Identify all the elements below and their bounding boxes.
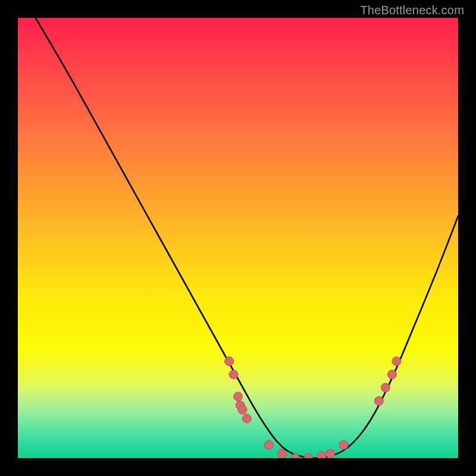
data-marker — [304, 454, 313, 459]
data-marker — [381, 383, 390, 392]
data-marker — [388, 370, 397, 379]
data-marker — [264, 440, 273, 449]
data-marker — [392, 357, 401, 366]
data-marker — [278, 449, 287, 458]
data-marker — [225, 357, 234, 366]
data-marker — [317, 452, 326, 458]
data-marker — [291, 454, 300, 459]
marker-group — [225, 357, 401, 458]
data-marker — [374, 396, 383, 405]
data-marker — [326, 449, 335, 458]
plot-area — [18, 18, 458, 458]
curve-svg — [18, 18, 458, 458]
attribution-text: TheBottleneck.com — [360, 4, 464, 17]
bottleneck-curve-path — [36, 18, 458, 458]
data-marker — [242, 414, 251, 423]
data-marker — [238, 405, 247, 414]
chart-container: TheBottleneck.com — [0, 0, 476, 476]
data-marker — [339, 440, 348, 449]
data-marker — [229, 370, 238, 379]
data-marker — [234, 392, 243, 401]
